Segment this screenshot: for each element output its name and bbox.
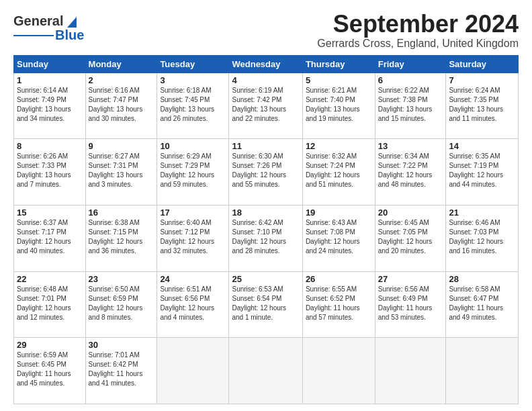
day-info: Sunrise: 6:40 AMSunset: 7:12 PMDaylight:… (160, 218, 226, 256)
calendar-cell: 16Sunrise: 6:38 AMSunset: 7:15 PMDayligh… (85, 205, 157, 271)
calendar-cell: 8Sunrise: 6:26 AMSunset: 7:33 PMDaylight… (14, 139, 86, 205)
calendar-cell: 26Sunrise: 6:55 AMSunset: 6:52 PMDayligh… (302, 271, 375, 338)
calendar-cell: 17Sunrise: 6:40 AMSunset: 7:12 PMDayligh… (157, 205, 229, 271)
day-info: Sunrise: 6:32 AMSunset: 7:24 PMDaylight:… (306, 152, 372, 189)
calendar-cell (375, 338, 446, 404)
calendar-cell: 24Sunrise: 6:51 AMSunset: 6:56 PMDayligh… (157, 271, 229, 338)
day-number: 21 (449, 208, 515, 218)
day-number: 14 (449, 141, 515, 151)
calendar-cell: 30Sunrise: 7:01 AMSunset: 6:42 PMDayligh… (85, 338, 157, 404)
day-number: 12 (306, 141, 372, 151)
day-number: 7 (449, 75, 515, 85)
logo-general: General (13, 13, 63, 29)
calendar-cell: 18Sunrise: 6:42 AMSunset: 7:10 PMDayligh… (229, 205, 302, 271)
day-number: 17 (160, 208, 226, 218)
day-number: 9 (89, 141, 154, 151)
header-thursday: Thursday (302, 55, 375, 73)
calendar-cell: 7Sunrise: 6:24 AMSunset: 7:35 PMDaylight… (446, 73, 519, 139)
calendar-cell: 20Sunrise: 6:45 AMSunset: 7:05 PMDayligh… (375, 205, 446, 271)
logo: General Blue (13, 13, 84, 43)
day-info: Sunrise: 6:46 AMSunset: 7:03 PMDaylight:… (449, 218, 515, 256)
day-number: 18 (232, 208, 299, 218)
calendar-cell: 22Sunrise: 6:48 AMSunset: 7:01 PMDayligh… (14, 271, 86, 338)
day-info: Sunrise: 6:56 AMSunset: 6:49 PMDaylight:… (378, 285, 443, 322)
header-tuesday: Tuesday (157, 55, 229, 73)
header-sunday: Sunday (14, 55, 86, 73)
day-info: Sunrise: 6:24 AMSunset: 7:35 PMDaylight:… (449, 86, 515, 124)
calendar-cell: 3Sunrise: 6:18 AMSunset: 7:45 PMDaylight… (157, 73, 229, 139)
day-info: Sunrise: 6:26 AMSunset: 7:33 PMDaylight:… (17, 152, 83, 189)
day-number: 10 (160, 141, 226, 151)
day-number: 24 (160, 274, 226, 284)
day-info: Sunrise: 6:53 AMSunset: 6:54 PMDaylight:… (232, 285, 299, 322)
logo-blue: Blue (55, 28, 84, 43)
calendar-cell: 23Sunrise: 6:50 AMSunset: 6:59 PMDayligh… (85, 271, 157, 338)
calendar-row: 15Sunrise: 6:37 AMSunset: 7:17 PMDayligh… (14, 205, 519, 271)
logo-icon (64, 14, 79, 29)
day-info: Sunrise: 6:21 AMSunset: 7:40 PMDaylight:… (306, 86, 372, 124)
day-number: 1 (17, 75, 83, 85)
day-info: Sunrise: 6:48 AMSunset: 7:01 PMDaylight:… (17, 285, 83, 322)
calendar-row: 1Sunrise: 6:14 AMSunset: 7:49 PMDaylight… (14, 73, 519, 139)
calendar-cell: 21Sunrise: 6:46 AMSunset: 7:03 PMDayligh… (446, 205, 519, 271)
day-info: Sunrise: 6:19 AMSunset: 7:42 PMDaylight:… (232, 86, 299, 124)
title-block: September 2024 Gerrards Cross, England, … (317, 11, 519, 50)
calendar-cell: 29Sunrise: 6:59 AMSunset: 6:45 PMDayligh… (14, 338, 86, 404)
header-monday: Monday (85, 55, 157, 73)
day-number: 26 (306, 274, 372, 284)
day-number: 29 (17, 340, 83, 350)
day-number: 11 (232, 141, 299, 151)
day-info: Sunrise: 6:51 AMSunset: 6:56 PMDaylight:… (160, 285, 226, 322)
calendar-cell: 14Sunrise: 6:35 AMSunset: 7:19 PMDayligh… (446, 139, 519, 205)
day-info: Sunrise: 6:30 AMSunset: 7:26 PMDaylight:… (232, 152, 299, 189)
header: General Blue September 2024 Gerrards Cro… (13, 11, 519, 50)
day-info: Sunrise: 6:27 AMSunset: 7:31 PMDaylight:… (89, 152, 154, 189)
day-info: Sunrise: 6:35 AMSunset: 7:19 PMDaylight:… (449, 152, 515, 189)
calendar-row: 22Sunrise: 6:48 AMSunset: 7:01 PMDayligh… (14, 271, 519, 338)
day-number: 4 (232, 75, 299, 85)
day-info: Sunrise: 6:16 AMSunset: 7:47 PMDaylight:… (89, 86, 154, 124)
day-info: Sunrise: 6:45 AMSunset: 7:05 PMDaylight:… (378, 218, 443, 256)
calendar-cell: 11Sunrise: 6:30 AMSunset: 7:26 PMDayligh… (229, 139, 302, 205)
day-info: Sunrise: 6:59 AMSunset: 6:45 PMDaylight:… (17, 351, 83, 388)
day-number: 20 (378, 208, 443, 218)
day-info: Sunrise: 6:43 AMSunset: 7:08 PMDaylight:… (306, 218, 372, 256)
calendar-cell (302, 338, 375, 404)
day-number: 28 (449, 274, 515, 284)
header-saturday: Saturday (446, 55, 519, 73)
day-info: Sunrise: 6:29 AMSunset: 7:29 PMDaylight:… (160, 152, 226, 189)
day-number: 5 (306, 75, 372, 85)
calendar-cell: 15Sunrise: 6:37 AMSunset: 7:17 PMDayligh… (14, 205, 86, 271)
day-number: 6 (378, 75, 443, 85)
calendar-cell: 9Sunrise: 6:27 AMSunset: 7:31 PMDaylight… (85, 139, 157, 205)
day-info: Sunrise: 6:55 AMSunset: 6:52 PMDaylight:… (306, 285, 372, 322)
calendar-cell: 27Sunrise: 6:56 AMSunset: 6:49 PMDayligh… (375, 271, 446, 338)
day-info: Sunrise: 6:38 AMSunset: 7:15 PMDaylight:… (89, 218, 154, 256)
day-number: 8 (17, 141, 83, 151)
calendar-subtitle: Gerrards Cross, England, United Kingdom (317, 38, 519, 50)
day-number: 27 (378, 274, 443, 284)
calendar-cell: 4Sunrise: 6:19 AMSunset: 7:42 PMDaylight… (229, 73, 302, 139)
calendar-cell: 13Sunrise: 6:34 AMSunset: 7:22 PMDayligh… (375, 139, 446, 205)
header-wednesday: Wednesday (229, 55, 302, 73)
calendar-cell: 2Sunrise: 6:16 AMSunset: 7:47 PMDaylight… (85, 73, 157, 139)
calendar-cell: 12Sunrise: 6:32 AMSunset: 7:24 PMDayligh… (302, 139, 375, 205)
calendar-cell: 28Sunrise: 6:58 AMSunset: 6:47 PMDayligh… (446, 271, 519, 338)
day-number: 23 (89, 274, 154, 284)
day-number: 15 (17, 208, 83, 218)
calendar-cell: 10Sunrise: 6:29 AMSunset: 7:29 PMDayligh… (157, 139, 229, 205)
calendar-cell (157, 338, 229, 404)
day-info: Sunrise: 6:18 AMSunset: 7:45 PMDaylight:… (160, 86, 226, 124)
calendar-cell (446, 338, 519, 404)
day-info: Sunrise: 6:14 AMSunset: 7:49 PMDaylight:… (17, 86, 83, 124)
day-number: 13 (378, 141, 443, 151)
day-info: Sunrise: 6:37 AMSunset: 7:17 PMDaylight:… (17, 218, 83, 256)
day-number: 16 (89, 208, 154, 218)
day-info: Sunrise: 7:01 AMSunset: 6:42 PMDaylight:… (89, 351, 154, 388)
header-friday: Friday (375, 55, 446, 73)
calendar-table: Sunday Monday Tuesday Wednesday Thursday… (13, 55, 519, 404)
day-number: 3 (160, 75, 226, 85)
day-number: 25 (232, 274, 299, 284)
calendar-cell (229, 338, 302, 404)
day-number: 2 (89, 75, 154, 85)
